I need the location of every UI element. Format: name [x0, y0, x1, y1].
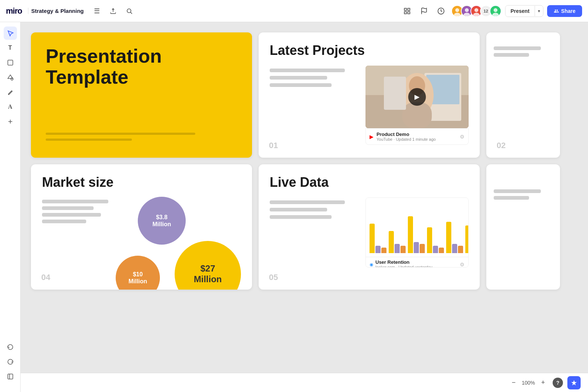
presentation-title: Presentation Template — [46, 46, 237, 88]
card-number-4: 04 — [41, 273, 50, 282]
menu-icon[interactable]: ☰ — [91, 5, 103, 17]
market-line-4 — [42, 220, 86, 223]
avatar-4 — [490, 5, 501, 17]
sidebar-tool-select[interactable] — [4, 27, 17, 40]
text-line-2 — [270, 76, 327, 80]
search-icon[interactable] — [123, 5, 135, 17]
card-number-1: 01 — [269, 141, 278, 150]
sidebar-tool-add[interactable] — [4, 115, 17, 128]
present-button[interactable]: Present ▾ — [505, 5, 543, 17]
topbar: miro Strategy & Planning ☰ — [0, 0, 588, 22]
zoom-level: 100% — [522, 380, 535, 386]
miro-logo: miro — [6, 6, 22, 16]
chart-sub: looker.com · Updated yesterday — [375, 265, 458, 267]
sidebar-tool-undo[interactable] — [4, 340, 17, 354]
board-title[interactable]: Strategy & Planning — [28, 8, 87, 14]
sidebar-tool-text[interactable]: T — [4, 41, 17, 55]
video-thumbnail[interactable]: ▶ — [365, 66, 469, 128]
play-button[interactable]: ▶ — [408, 88, 426, 106]
live-title: Live Data — [270, 175, 469, 190]
magic-button[interactable] — [567, 376, 581, 389]
chart-container[interactable]: ◉ User Retention looker.com · Updated ye… — [365, 197, 469, 267]
looker-icon: ◉ — [370, 262, 373, 267]
market-line-3 — [42, 213, 101, 217]
card-number-5: 05 — [269, 273, 278, 282]
video-info: Product Demo YouTube · Updated 1 minute … — [377, 132, 457, 141]
chevron-down-icon: ▾ — [535, 6, 543, 16]
apps-icon[interactable] — [400, 4, 414, 18]
card-live-data[interactable]: Live Data — [259, 164, 480, 290]
live-content: ◉ User Retention looker.com · Updated ye… — [270, 197, 469, 267]
partial2-line-1 — [494, 189, 541, 193]
bubble-38m: $3.8 Million — [138, 197, 186, 245]
svg-rect-3 — [407, 8, 410, 10]
live-line-1 — [270, 200, 345, 204]
projects-text — [270, 69, 358, 87]
chart-title: User Retention — [375, 259, 458, 265]
projects-content: ▶ ▶ Product Demo YouTube · Updated 1 min… — [270, 66, 469, 145]
avatar-group: 12 — [451, 5, 501, 17]
present-label: Present — [505, 6, 535, 17]
market-content: $3.8 Million $10 Million $27 Million — [42, 197, 241, 290]
timer-icon[interactable] — [434, 4, 448, 18]
chart-settings-icon[interactable]: ⚙ — [460, 262, 465, 267]
text-line-1 — [270, 69, 345, 72]
live-line-3 — [270, 215, 332, 219]
sidebar-tool-font[interactable]: A — [4, 100, 17, 113]
sidebar-tool-panel[interactable] — [4, 370, 17, 383]
card-number-partial: 02 — [497, 141, 505, 150]
video-overlay: ▶ — [365, 66, 469, 128]
svg-point-8 — [455, 8, 459, 12]
flag-icon[interactable] — [417, 4, 431, 18]
card-partial: 02 — [486, 32, 560, 158]
share-label: Share — [561, 8, 575, 14]
chart-bars — [366, 198, 468, 257]
topbar-left: miro Strategy & Planning ☰ — [6, 5, 135, 17]
partial2-line-2 — [494, 196, 529, 200]
svg-rect-19 — [8, 60, 13, 65]
presentation-lines — [46, 133, 237, 144]
card-latest-projects[interactable]: Latest Projects — [259, 32, 480, 158]
video-meta: ▶ Product Demo YouTube · Updated 1 minut… — [365, 128, 469, 145]
market-line-2 — [42, 206, 94, 210]
video-settings-icon[interactable]: ⚙ — [460, 134, 465, 140]
live-line-2 — [270, 208, 327, 211]
cards-area: Presentation Template Latest Projects — [21, 22, 588, 300]
zoom-controls: − 100% + — [508, 378, 548, 388]
svg-point-14 — [474, 8, 478, 12]
zoom-out-button[interactable]: − — [508, 378, 519, 388]
help-button[interactable]: ? — [553, 378, 563, 388]
latest-projects-title: Latest Projects — [270, 43, 469, 58]
card-presentation[interactable]: Presentation Template — [31, 32, 252, 158]
partial-line-1 — [494, 46, 541, 50]
card-market-size[interactable]: Market size $3.8 Million $10 Million — [31, 164, 252, 290]
text-line-3 — [270, 83, 332, 87]
zoom-in-button[interactable]: + — [538, 378, 548, 388]
live-text — [270, 200, 358, 219]
sidebar-tool-redo[interactable] — [4, 355, 17, 368]
line-2 — [46, 139, 132, 141]
sidebar-tool-sticky[interactable] — [4, 56, 17, 69]
sidebar-tool-shapes[interactable] — [4, 71, 17, 84]
svg-point-11 — [465, 8, 469, 12]
chart-meta: ◉ User Retention looker.com · Updated ye… — [366, 257, 468, 267]
svg-rect-24 — [8, 374, 13, 379]
partial-line-2 — [494, 53, 529, 57]
bubble-27m: $27 Million — [175, 241, 241, 290]
export-icon[interactable] — [107, 5, 119, 17]
svg-point-17 — [493, 8, 497, 12]
svg-line-1 — [131, 12, 132, 14]
svg-point-0 — [127, 9, 131, 13]
market-title: Market size — [42, 175, 241, 190]
video-container: ▶ ▶ Product Demo YouTube · Updated 1 min… — [365, 66, 469, 145]
line-1 — [46, 133, 195, 135]
svg-rect-4 — [404, 11, 406, 14]
sidebar-tool-pen[interactable] — [4, 85, 17, 99]
video-title: Product Demo — [377, 132, 457, 137]
share-button[interactable]: Share — [547, 5, 582, 17]
canvas: Presentation Template Latest Projects — [21, 22, 588, 392]
sidebar: T A — [0, 22, 21, 392]
svg-rect-2 — [404, 8, 406, 10]
bubble-10m: $10 Million — [116, 256, 160, 290]
bottombar: − 100% + ? — [21, 373, 588, 392]
